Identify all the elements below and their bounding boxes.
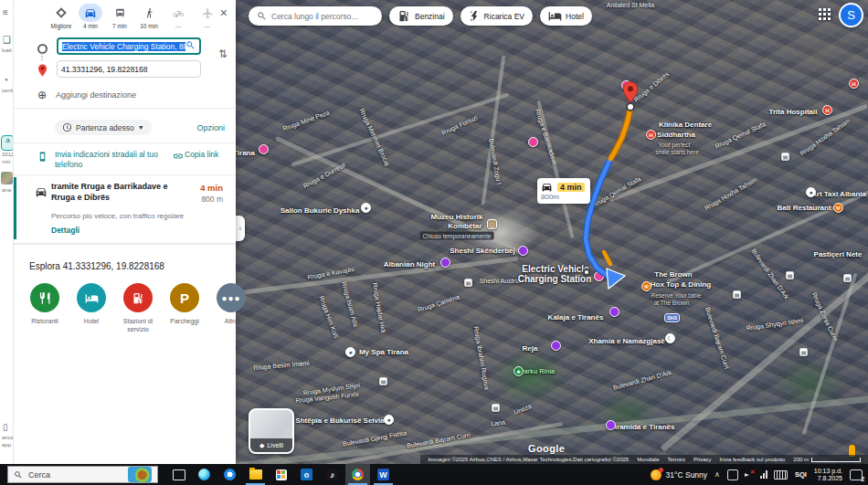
pink-marker[interactable] <box>621 80 631 90</box>
media-player-button[interactable] <box>217 464 242 485</box>
mode-drive[interactable]: 4 min <box>79 4 102 29</box>
network-icon[interactable] <box>760 470 767 479</box>
keyboard-icon[interactable] <box>774 470 788 480</box>
outlook-button[interactable]: o <box>294 464 319 485</box>
more-icon: ●●● <box>217 283 246 312</box>
search-highlight-image[interactable] <box>128 467 152 482</box>
get-app-icon[interactable]: ▯ <box>3 422 8 432</box>
send-to-phone-link[interactable]: Invia indicazioni stradali al tuo telefo… <box>37 150 175 169</box>
filter-ev[interactable]: Ricarica EV <box>460 6 533 26</box>
add-destination-button[interactable]: ⊕ Aggiungi destinazione <box>37 89 136 101</box>
transit-marker[interactable]: ▤ <box>464 279 472 287</box>
mode-label: 7 min <box>112 23 127 29</box>
drive-icon <box>79 4 102 22</box>
map-canvas[interactable]: Anilated St MellaRruga Mine PezaRruga Fo… <box>236 0 868 464</box>
category-parking[interactable]: PParcheggi <box>165 283 204 333</box>
close-directions-button[interactable]: × <box>220 6 228 19</box>
transit-marker[interactable]: ▤ <box>843 274 852 282</box>
tiktok-button[interactable]: ♪ <box>320 464 344 485</box>
departure-time-dropdown[interactable]: Partenza adesso ▼ <box>55 120 152 135</box>
route-details-link[interactable]: Dettagli <box>51 226 79 235</box>
word-button[interactable]: W <box>371 464 396 485</box>
attribution-link[interactable]: Termini <box>668 457 685 462</box>
transit-marker[interactable]: ▤ <box>786 271 794 279</box>
swap-origin-destination-button[interactable]: ⇅ <box>218 47 228 60</box>
mode-transit[interactable]: 7 min <box>108 4 132 29</box>
weather-widget[interactable]: 31°C Sunny <box>651 469 707 480</box>
file-explorer-button[interactable] <box>243 464 268 485</box>
mode-flight[interactable]: — <box>196 4 219 29</box>
notifications-button[interactable]: 2 <box>850 469 863 480</box>
transit-marker[interactable]: ▤ <box>379 377 387 385</box>
route-card[interactable]: tramite Rruga e Barrikadave e Rruga e Di… <box>13 175 236 241</box>
transit-marker[interactable]: ▤ <box>492 404 500 412</box>
google-apps-grid-icon[interactable] <box>818 7 831 21</box>
recents-icon[interactable]: ◔ <box>3 75 8 85</box>
account-avatar[interactable]: S <box>839 3 863 27</box>
map-label: Trita Hospitali <box>769 108 818 116</box>
transit-marker[interactable]: ▤ <box>733 290 741 299</box>
language-indicator[interactable]: SQI <box>795 470 807 479</box>
filter-gas[interactable]: Benzinai <box>389 6 453 26</box>
pink-marker[interactable] <box>259 144 269 154</box>
taskbar-clock[interactable]: 10:13 p.d. 7.8.2025 <box>814 468 842 482</box>
edge-button[interactable] <box>192 464 217 485</box>
white-marker[interactable]: ● <box>345 347 355 357</box>
mode-bike[interactable]: — <box>166 4 190 29</box>
search-icon[interactable] <box>185 40 196 52</box>
edge-icon <box>198 469 210 480</box>
pink-marker[interactable] <box>528 137 538 147</box>
dot-marker[interactable] <box>583 269 590 276</box>
white-marker[interactable]: ● <box>806 187 816 197</box>
white-marker[interactable]: ● <box>361 203 371 213</box>
menu-icon[interactable]: ≡ <box>3 7 8 17</box>
purple-marker[interactable] <box>551 341 561 351</box>
route-chip[interactable]: a <box>1 135 14 151</box>
red-marker[interactable]: H <box>849 79 859 89</box>
route-tooltip[interactable]: 4 min 800m <box>537 178 590 204</box>
transit-marker[interactable]: ▤ <box>799 348 808 356</box>
mosque-marker[interactable]: ☾ <box>665 333 675 343</box>
pink-marker[interactable] <box>594 271 604 281</box>
attribution-link[interactable]: Mondiale <box>637 457 659 462</box>
filter-hotel[interactable]: Hotel <box>540 6 592 26</box>
mode-walk[interactable]: 10 min <box>137 4 161 29</box>
red-marker[interactable]: H <box>822 105 832 115</box>
category-hotel[interactable]: Hotel <box>72 283 111 333</box>
destination-input[interactable]: 41.3331296, 19.8228168 <box>57 60 201 78</box>
purple-marker[interactable] <box>606 420 616 430</box>
task-view-button[interactable] <box>166 464 191 485</box>
muted-speaker-icon[interactable] <box>745 470 754 480</box>
purple-marker[interactable] <box>609 307 619 317</box>
category-gas[interactable]: Stazioni di servizio <box>119 283 157 333</box>
saved-icon[interactable]: ❑ <box>3 35 11 45</box>
purple-marker[interactable] <box>440 258 450 268</box>
category-food[interactable]: Ristoranti <box>26 283 64 333</box>
attribution-link[interactable]: Invia feedback sul prodotto <box>720 457 786 462</box>
purple-marker[interactable] <box>518 246 528 256</box>
tray-app-icon[interactable] <box>727 469 738 480</box>
layers-button[interactable]: ◆Livelli <box>249 408 294 454</box>
search-along-route-input[interactable]: Cerca lungo il percorso... <box>249 6 382 26</box>
white-marker[interactable]: ● <box>384 415 394 425</box>
collapse-panel-button[interactable]: ‹ <box>236 216 245 241</box>
place-thumbnail[interactable] <box>1 172 13 185</box>
attribution-link[interactable]: Privacy <box>693 457 712 462</box>
transit-marker[interactable]: ▤ <box>781 153 789 161</box>
options-link[interactable]: Opzioni <box>196 123 225 132</box>
orange-marker[interactable]: Ψ <box>833 203 843 213</box>
origin-input[interactable]: Electric Vehicle Charging Station, 8P <box>57 37 201 55</box>
chrome-button[interactable] <box>345 464 370 485</box>
shield-marker[interactable]: SH3 <box>664 313 680 322</box>
windows-taskbar: Cerca o ♪ W 31°C Sunny ∧ SQI 10:13 p.d. … <box>0 464 868 485</box>
green-marker[interactable]: ♣ <box>513 366 524 376</box>
camera-marker[interactable]: ◻ <box>487 219 497 229</box>
mode-best[interactable]: Migliore <box>49 4 73 29</box>
orange-marker[interactable]: Ψ <box>641 281 651 291</box>
taskbar-search-input[interactable]: Cerca <box>7 466 158 483</box>
category-more[interactable]: ●●●Altro <box>212 283 250 333</box>
red-marker[interactable]: H <box>646 130 656 140</box>
copy-link-button[interactable]: Copia link <box>185 150 218 160</box>
microsoft-store-button[interactable] <box>269 464 293 485</box>
hidden-icons-chevron[interactable]: ∧ <box>715 470 720 479</box>
